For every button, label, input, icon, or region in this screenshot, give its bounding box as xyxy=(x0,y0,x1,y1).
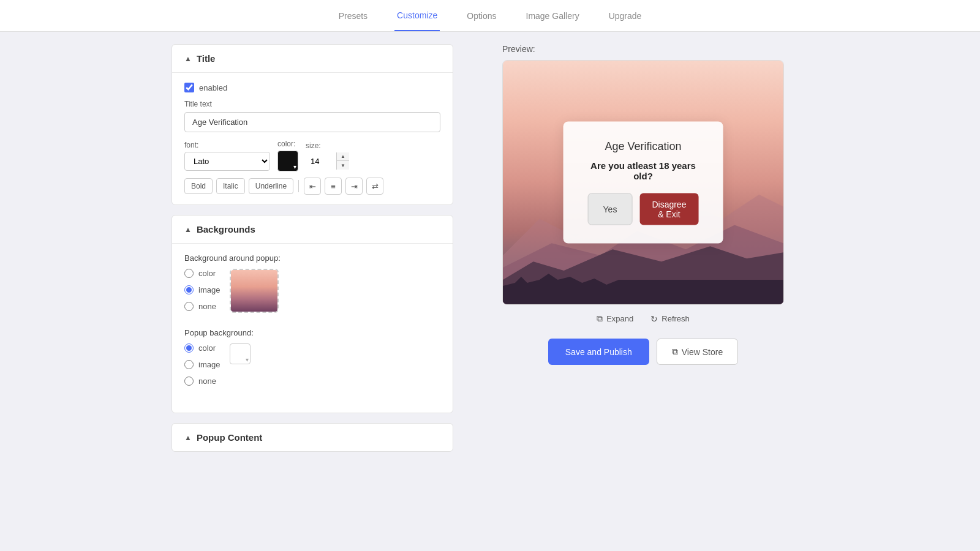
popup-content-arrow[interactable]: ▲ xyxy=(184,433,192,442)
size-group: size: ▲ ▼ xyxy=(306,141,349,170)
bg-image-radio[interactable] xyxy=(184,285,194,294)
bold-button[interactable]: Bold xyxy=(184,178,213,194)
size-field-wrap: ▲ ▼ xyxy=(306,152,349,170)
size-label: size: xyxy=(306,141,349,150)
popup-content-label: Popup Content xyxy=(197,432,262,443)
bg-color-radio[interactable] xyxy=(184,269,194,278)
bg-options: color image none xyxy=(184,269,220,316)
expand-icon: ⧉ xyxy=(597,313,603,324)
color-swatch[interactable] xyxy=(277,151,298,171)
popup-none-label: none xyxy=(198,377,216,386)
preview-actions: ⧉ Expand ↻ Refresh xyxy=(593,311,693,326)
enabled-row: enabled xyxy=(184,83,440,92)
bg-image-preview xyxy=(231,270,277,312)
size-down-button[interactable]: ▼ xyxy=(337,161,349,170)
tab-upgrade[interactable]: Upgrade xyxy=(606,1,644,31)
popup-none-option: none xyxy=(184,377,220,386)
bg-color-option: color xyxy=(184,269,220,278)
preview-label: Preview: xyxy=(502,44,535,54)
popup-image-radio[interactable] xyxy=(184,360,194,369)
popup-image-option: image xyxy=(184,360,220,369)
backgrounds-section-header: ▲ Backgrounds xyxy=(172,216,453,244)
color-group: color: xyxy=(277,140,298,171)
left-panel: ▲ Title enabled Title text font: Lato Ar… xyxy=(172,44,453,539)
refresh-button[interactable]: ↻ Refresh xyxy=(647,312,693,326)
backgrounds-collapse-arrow[interactable]: ▲ xyxy=(184,225,192,234)
popup-image-label: image xyxy=(198,360,220,369)
bg-around-popup-row: color image none xyxy=(184,269,440,316)
popup-content-header: ▲ Popup Content xyxy=(172,424,453,451)
view-store-button[interactable]: ⧉ View Store xyxy=(657,339,738,365)
popup-yes-button[interactable]: Yes xyxy=(588,193,633,225)
align-justify-button[interactable]: ⇄ xyxy=(366,178,383,195)
bg-image-label: image xyxy=(198,285,220,294)
backgrounds-section: ▲ Backgrounds Background around popup: c… xyxy=(172,215,453,413)
bg-image-thumbnail[interactable] xyxy=(230,269,279,313)
bg-none-option: none xyxy=(184,302,220,311)
title-section-header: ▲ Title xyxy=(172,45,453,73)
tab-presets[interactable]: Presets xyxy=(336,1,370,31)
font-group: font: Lato Arial Georgia xyxy=(184,141,270,171)
top-nav: Presets Customize Options Image Gallery … xyxy=(0,0,980,32)
enabled-checkbox[interactable] xyxy=(184,83,194,92)
popup-bg-options: color image none xyxy=(184,343,220,391)
popup-none-radio[interactable] xyxy=(184,377,194,386)
popup-title: Age Verification xyxy=(588,140,699,153)
size-up-button[interactable]: ▲ xyxy=(337,152,349,161)
refresh-label: Refresh xyxy=(662,314,690,323)
tab-options[interactable]: Options xyxy=(464,1,499,31)
expand-button[interactable]: ⧉ Expand xyxy=(593,311,637,326)
preview-container: Age Verification Are you atleast 18 year… xyxy=(502,60,784,305)
popup-disagree-button[interactable]: Disagree & Exit xyxy=(639,193,698,225)
bg-image-option: image xyxy=(184,285,220,294)
title-section-body: enabled Title text font: Lato Arial Geor… xyxy=(172,73,453,204)
popup-color-swatch[interactable] xyxy=(230,343,251,364)
external-link-icon: ⧉ xyxy=(672,347,678,357)
title-text-label: Title text xyxy=(184,100,440,108)
font-label: font: xyxy=(184,141,270,149)
preview-popup: Age Verification Are you atleast 18 year… xyxy=(564,122,723,244)
popup-color-label: color xyxy=(198,343,216,353)
align-left-button[interactable]: ⇤ xyxy=(304,178,321,195)
tab-image-gallery[interactable]: Image Gallery xyxy=(524,1,582,31)
bg-around-popup-label: Background around popup: xyxy=(184,253,440,263)
popup-bg-row: color image none xyxy=(184,343,440,391)
size-input[interactable] xyxy=(306,153,336,170)
popup-color-radio[interactable] xyxy=(184,343,194,353)
title-text-input[interactable] xyxy=(184,112,440,132)
refresh-icon: ↻ xyxy=(650,314,658,324)
title-section-label: Title xyxy=(197,53,216,64)
popup-question: Are you atleast 18 years old? xyxy=(588,160,699,181)
tab-customize[interactable]: Customize xyxy=(394,1,440,31)
bg-none-radio[interactable] xyxy=(184,302,194,311)
align-center-button[interactable]: ≡ xyxy=(325,178,342,195)
bottom-actions: Save and Publish ⧉ View Store xyxy=(548,339,738,365)
backgrounds-section-label: Backgrounds xyxy=(197,224,255,234)
save-publish-button[interactable]: Save and Publish xyxy=(548,339,649,365)
bg-none-label: none xyxy=(198,302,216,311)
popup-buttons: Yes Disagree & Exit xyxy=(588,193,699,225)
main-content: ▲ Title enabled Title text font: Lato Ar… xyxy=(0,32,980,551)
view-store-label: View Store xyxy=(682,347,723,357)
popup-bg-label: Popup background: xyxy=(184,328,440,337)
title-collapse-arrow[interactable]: ▲ xyxy=(184,54,192,63)
font-select[interactable]: Lato Arial Georgia xyxy=(184,152,270,171)
backgrounds-section-body: Background around popup: color image xyxy=(172,244,453,413)
right-panel: Preview: Age Verification A xyxy=(453,44,809,539)
bg-color-label: color xyxy=(198,269,216,278)
font-row: font: Lato Arial Georgia color: size: xyxy=(184,140,440,171)
title-section: ▲ Title enabled Title text font: Lato Ar… xyxy=(172,44,453,205)
popup-content-section: ▲ Popup Content xyxy=(172,423,453,452)
underline-button[interactable]: Underline xyxy=(249,178,293,194)
format-separator xyxy=(298,180,299,192)
color-label: color: xyxy=(277,140,298,148)
italic-button[interactable]: Italic xyxy=(216,178,245,194)
popup-color-option: color xyxy=(184,343,220,353)
align-right-button[interactable]: ⇥ xyxy=(345,178,363,195)
format-row: Bold Italic Underline ⇤ ≡ ⇥ ⇄ xyxy=(184,178,440,195)
expand-label: Expand xyxy=(606,314,633,323)
size-arrows: ▲ ▼ xyxy=(336,152,349,170)
enabled-label: enabled xyxy=(199,83,227,92)
